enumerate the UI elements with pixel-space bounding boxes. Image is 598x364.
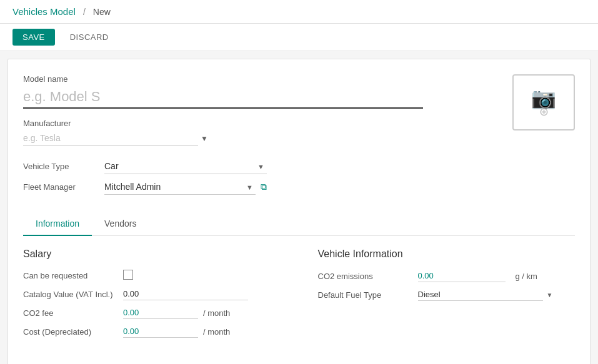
model-image-placeholder[interactable]: 📷 ⊕ <box>512 74 575 130</box>
vehicle-type-select-wrapper: Car Truck Motorcycle <box>104 159 267 174</box>
tab-content-information: Salary Can be requested Catalog Value (V… <box>23 236 575 357</box>
can-be-requested-row: Can be requested <box>23 270 281 282</box>
catalog-value-row: Catalog Value (VAT Incl.) <box>23 288 281 300</box>
model-name-input[interactable] <box>23 86 423 109</box>
fleet-manager-external-link-icon[interactable]: ⧉ <box>261 182 267 192</box>
default-fuel-label: Default Fuel Type <box>318 290 418 300</box>
form-header: Model name Manufacturer ▼ Vehicle Type <box>23 74 575 200</box>
salary-section-title: Salary <box>23 248 281 260</box>
cost-depreciated-unit: / month <box>203 327 230 337</box>
vehicle-info-panel: Vehicle Information CO2 emissions g / km… <box>318 248 576 344</box>
breadcrumb-parent[interactable]: Vehicles Model <box>12 6 76 17</box>
vehicle-type-select[interactable]: Car Truck Motorcycle <box>104 159 267 174</box>
cost-depreciated-input[interactable] <box>123 325 198 338</box>
form-left: Model name Manufacturer ▼ Vehicle Type <box>23 74 423 200</box>
two-col-fields: Vehicle Type Car Truck Motorcycle Fleet … <box>23 159 423 195</box>
co2-emissions-input-wrapper: g / km <box>418 270 576 282</box>
salary-panel: Salary Can be requested Catalog Value (V… <box>23 248 281 344</box>
co2-fee-label: CO2 fee <box>23 308 123 318</box>
catalog-value-label: Catalog Value (VAT Incl.) <box>23 290 123 299</box>
breadcrumb-bar: Vehicles Model / New <box>0 0 598 24</box>
main-content: Model name Manufacturer ▼ Vehicle Type <box>7 59 591 364</box>
fleet-manager-select[interactable]: Mitchell Admin <box>104 179 256 195</box>
co2-fee-row: CO2 fee / month <box>23 307 281 319</box>
breadcrumb-current: New <box>93 7 111 17</box>
fuel-dropdown-wrapper: Diesel Gasoline Electric Hybrid <box>418 288 556 301</box>
co2-emissions-input[interactable] <box>418 270 506 282</box>
can-be-requested-checkbox[interactable] <box>123 270 133 280</box>
catalog-value-input-wrapper <box>123 288 281 300</box>
co2-fee-input-wrapper: / month <box>123 307 281 319</box>
fleet-manager-value: Mitchell Admin ⧉ <box>104 179 267 195</box>
fleet-manager-label: Fleet Manager <box>23 182 104 192</box>
vehicle-info-title: Vehicle Information <box>318 248 576 260</box>
action-bar: SAVE DISCARD <box>0 24 598 51</box>
manufacturer-section: Manufacturer ▼ <box>23 119 423 146</box>
two-panel: Salary Can be requested Catalog Value (V… <box>23 248 575 344</box>
save-button[interactable]: SAVE <box>12 29 55 46</box>
default-fuel-select[interactable]: Diesel Gasoline Electric Hybrid <box>418 288 543 301</box>
manufacturer-dropdown-arrow[interactable]: ▼ <box>201 134 208 143</box>
manufacturer-input[interactable] <box>23 130 198 146</box>
vehicle-type-row: Vehicle Type Car Truck Motorcycle <box>23 159 423 174</box>
co2-fee-unit: / month <box>203 308 230 318</box>
tab-vendors[interactable]: Vendors <box>92 212 149 236</box>
manufacturer-label: Manufacturer <box>23 119 423 128</box>
cost-depreciated-label: Cost (Depreciated) <box>23 327 123 337</box>
add-image-icon: ⊕ <box>539 105 549 119</box>
fleet-manager-select-wrapper: Mitchell Admin <box>104 179 256 195</box>
tabs-bar: Information Vendors <box>23 212 575 236</box>
co2-emissions-label: CO2 emissions <box>318 272 418 281</box>
default-fuel-select-wrapper: Diesel Gasoline Electric Hybrid <box>418 288 576 301</box>
default-fuel-row: Default Fuel Type Diesel Gasoline Electr… <box>318 288 576 301</box>
fleet-manager-wrapper: Mitchell Admin ⧉ <box>104 179 267 195</box>
catalog-value-input[interactable] <box>123 288 248 300</box>
vehicle-type-label: Vehicle Type <box>23 162 104 171</box>
can-be-requested-label: Can be requested <box>23 271 123 280</box>
breadcrumb-separator: / <box>83 7 86 17</box>
co2-emissions-row: CO2 emissions g / km <box>318 270 576 282</box>
cost-depreciated-input-wrapper: / month <box>123 325 281 338</box>
can-be-requested-value <box>123 270 281 282</box>
co2-emissions-unit: g / km <box>516 272 537 281</box>
co2-fee-input[interactable] <box>123 307 198 319</box>
fleet-manager-row: Fleet Manager Mitchell Admin ⧉ <box>23 179 423 195</box>
model-name-label: Model name <box>23 74 423 84</box>
cost-depreciated-row: Cost (Depreciated) / month <box>23 325 281 338</box>
discard-button[interactable]: DISCARD <box>60 29 119 46</box>
vehicle-type-value: Car Truck Motorcycle <box>104 159 267 174</box>
manufacturer-wrapper: ▼ <box>23 130 423 146</box>
tab-information[interactable]: Information <box>23 212 92 236</box>
